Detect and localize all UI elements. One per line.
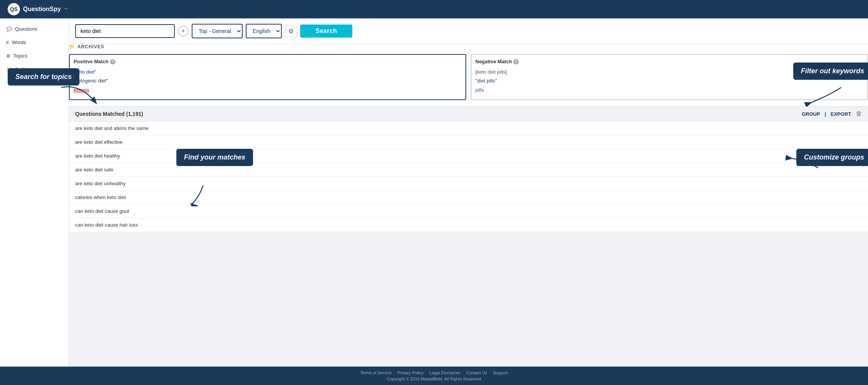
export-button[interactable]: EXPORT: [831, 111, 851, 117]
search-button[interactable]: Search: [300, 25, 352, 38]
question-row[interactable]: can keto diet cause gout: [69, 204, 868, 218]
logo: QS QuestionSpy™: [8, 3, 67, 15]
positive-item-2: "ketogenic diet": [74, 76, 462, 85]
archives-section: 📁 ARCHIVES Positive Match ? "keto diet" …: [69, 44, 868, 232]
terms-link[interactable]: Terms of Service: [360, 370, 392, 375]
sidebar-label-words: Words: [12, 39, 26, 45]
questions-header: Questions Matched (1,191) GROUP | EXPORT…: [69, 106, 868, 122]
group-button[interactable]: GROUP: [802, 111, 820, 117]
support-link[interactable]: Support: [493, 370, 508, 375]
callout-customize-groups: Customize groups: [796, 149, 868, 166]
positive-item-1: "keto diet": [74, 67, 462, 76]
sidebar-item-questions[interactable]: 💬 Questions: [0, 22, 69, 36]
sidebar-item-words[interactable]: # Words: [0, 36, 69, 49]
add-keyword-button[interactable]: +: [178, 26, 189, 36]
folder-icon: 📁: [69, 44, 75, 49]
search-bar-area: + Top - General English ⚙ Search: [69, 18, 868, 44]
archives-header: 📁 ARCHIVES: [69, 44, 868, 49]
positive-match-info-icon[interactable]: ?: [110, 59, 115, 64]
questions-title: Questions Matched (1,191): [75, 111, 143, 117]
app-name: QuestionSpy: [23, 6, 61, 13]
positive-match-panel: Positive Match ? "keto diet" "ketogenic …: [69, 54, 466, 100]
sidebar-label-questions: Questions: [15, 26, 38, 32]
language-dropdown[interactable]: English: [246, 24, 282, 38]
contact-link[interactable]: Contact Us: [466, 370, 487, 375]
sidebar-label-topics: Topics: [13, 53, 28, 59]
top-navigation: QS QuestionSpy™: [0, 0, 868, 18]
archives-title: ARCHIVES: [77, 44, 104, 49]
question-row[interactable]: are keto diet unhealthy: [69, 177, 868, 191]
questions-actions: GROUP | EXPORT 🗑: [802, 110, 862, 117]
question-row[interactable]: are keto diet and atkins the same: [69, 122, 868, 135]
sidebar-item-topics[interactable]: ⚙ Topics: [0, 49, 69, 63]
positive-match-label: Positive Match: [74, 59, 108, 64]
question-row[interactable]: calories when keto diet: [69, 191, 868, 204]
callout-filter-keywords: Filter out keywords: [793, 63, 868, 80]
legal-link[interactable]: Legal Disclaimer: [429, 370, 460, 375]
category-dropdown[interactable]: Top - General: [192, 24, 243, 38]
logo-icon: QS: [8, 3, 20, 15]
search-input[interactable]: [75, 24, 175, 38]
settings-button[interactable]: ⚙: [285, 25, 297, 37]
negative-match-info-icon[interactable]: ?: [513, 59, 519, 64]
questions-icon: 💬: [6, 26, 12, 32]
question-row[interactable]: are keto diet effective: [69, 135, 868, 149]
negative-match-label: Negative Match: [475, 59, 512, 64]
positive-item-3: ketosis: [74, 86, 462, 94]
topics-icon: ⚙: [6, 53, 10, 59]
separator: |: [825, 111, 826, 117]
negative-item-3: pills: [475, 86, 863, 94]
callout-search-topics: Search for topics: [8, 68, 79, 86]
copyright: Copyright © 2019 MarketBold. All Rights …: [4, 377, 864, 381]
footer: Terms of Service Privacy Policy Legal Di…: [0, 367, 868, 385]
match-panels: Positive Match ? "keto diet" "ketogenic …: [69, 54, 868, 100]
footer-links: Terms of Service Privacy Policy Legal Di…: [4, 370, 864, 375]
positive-match-content: "keto diet" "ketogenic diet" ketosis: [74, 67, 462, 94]
privacy-link[interactable]: Privacy Policy: [398, 370, 424, 375]
questions-section: Questions Matched (1,191) GROUP | EXPORT…: [69, 106, 868, 232]
question-row[interactable]: can keto diet cause hair loss: [69, 218, 868, 232]
trash-icon[interactable]: 🗑: [856, 110, 862, 117]
words-icon: #: [6, 40, 9, 45]
positive-match-header: Positive Match ?: [74, 59, 462, 64]
callout-find-matches: Find your matches: [176, 149, 253, 166]
